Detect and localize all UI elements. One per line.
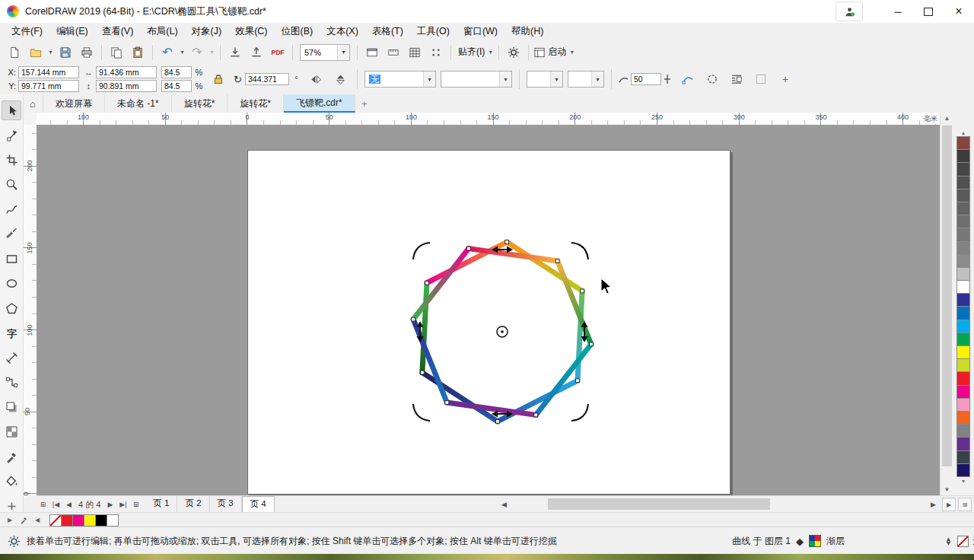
object-width-field[interactable]: [96, 66, 157, 78]
fullscreen-preview-button[interactable]: [362, 43, 382, 62]
color-swatch[interactable]: [84, 514, 96, 527]
color-swatch[interactable]: [956, 162, 970, 176]
new-tab-button[interactable]: +: [355, 94, 374, 113]
color-swatch[interactable]: [956, 385, 970, 399]
color-swatch[interactable]: [956, 320, 970, 333]
text-wrap-button[interactable]: [727, 69, 746, 89]
menu-item[interactable]: 布局(L): [140, 23, 184, 40]
docpal-eyedropper-button[interactable]: [18, 515, 29, 526]
color-swatch[interactable]: [956, 136, 970, 150]
mirror-horizontal-button[interactable]: [306, 69, 326, 89]
save-button[interactable]: [56, 43, 75, 62]
ellipse-tool[interactable]: [2, 274, 21, 294]
snap-options-button[interactable]: [426, 43, 446, 62]
previous-page-button[interactable]: ◀: [62, 498, 75, 511]
smoothness-field[interactable]: [631, 73, 661, 85]
new-document-button[interactable]: [5, 43, 24, 62]
color-swatch[interactable]: [956, 280, 970, 294]
scroll-right-button[interactable]: ▶: [927, 498, 940, 511]
color-swatch[interactable]: [956, 267, 970, 281]
last-page-button[interactable]: ▶|: [116, 498, 129, 511]
y-position-field[interactable]: [18, 80, 79, 92]
drop-shadow-tool[interactable]: [2, 397, 21, 417]
end-arrowhead-select[interactable]: ▾: [568, 71, 604, 88]
copy-button[interactable]: [107, 43, 126, 62]
color-swatch[interactable]: [956, 437, 970, 450]
start-arrowhead-select[interactable]: ▾: [527, 71, 563, 88]
document-tab[interactable]: 未命名 -1*: [105, 94, 172, 113]
artwork[interactable]: [37, 125, 940, 495]
next-page-button[interactable]: ▶: [103, 498, 116, 511]
account-button[interactable]: [836, 2, 863, 21]
scroll-up-button[interactable]: ▲: [941, 113, 953, 124]
color-swatch[interactable]: [956, 358, 970, 372]
paste-button[interactable]: [128, 43, 148, 62]
scale-y-field[interactable]: [161, 80, 192, 92]
redo-dropdown-arrow[interactable]: ▾: [208, 49, 215, 56]
color-swatch[interactable]: [956, 215, 970, 228]
color-swatch[interactable]: [956, 371, 970, 385]
rotation-pivot[interactable]: [497, 326, 508, 337]
color-swatch[interactable]: [956, 254, 970, 268]
color-swatch[interactable]: [956, 149, 970, 163]
outline-color-chip[interactable]: [957, 536, 969, 547]
line-style-select[interactable]: ▾: [441, 71, 512, 88]
color-swatch[interactable]: [956, 241, 970, 255]
freehand-tool[interactable]: [2, 199, 21, 219]
color-swatch[interactable]: [956, 450, 970, 464]
undo-button[interactable]: ↶: [158, 43, 177, 62]
rectangle-tool[interactable]: [2, 249, 21, 269]
x-position-field[interactable]: [18, 66, 79, 78]
open-button[interactable]: [26, 43, 46, 62]
menu-item[interactable]: 表格(T): [365, 23, 410, 40]
page-tab[interactable]: 页 3: [210, 496, 242, 513]
snap-to-button[interactable]: 贴齐(I)▾: [456, 46, 494, 59]
menu-item[interactable]: 编辑(E): [49, 23, 95, 40]
mirror-vertical-button[interactable]: [330, 69, 350, 89]
menu-item[interactable]: 窗口(W): [457, 23, 505, 40]
object-height-field[interactable]: [96, 80, 157, 92]
interactive-fill-tool[interactable]: [2, 472, 21, 492]
color-swatch[interactable]: [95, 514, 107, 527]
launch-button[interactable]: 启动▾: [533, 46, 575, 59]
color-swatch[interactable]: [956, 306, 970, 320]
status-gear-icon[interactable]: [8, 535, 21, 548]
publish-pdf-button[interactable]: PDF: [268, 43, 288, 62]
no-color-swatch[interactable]: [49, 514, 62, 527]
vertical-ruler[interactable]: 200150100500: [23, 125, 37, 495]
menu-item[interactable]: 位图(B): [275, 23, 320, 40]
undo-dropdown-arrow[interactable]: ▾: [179, 49, 186, 56]
rotate-handle-bottom-left[interactable]: [413, 404, 430, 421]
rotate-handle-bottom-right[interactable]: [571, 404, 588, 421]
menu-item[interactable]: 帮助(H): [505, 23, 550, 40]
color-swatch[interactable]: [956, 332, 970, 346]
menu-item[interactable]: 文件(F): [5, 23, 49, 40]
pick-tool[interactable]: [2, 100, 21, 120]
color-swatch[interactable]: [956, 411, 970, 425]
rotate-handle-top-left[interactable]: [413, 243, 430, 259]
redo-button[interactable]: ↷: [187, 43, 207, 62]
minimize-button[interactable]: ─: [883, 0, 913, 23]
color-swatch[interactable]: [72, 514, 84, 527]
color-swatch[interactable]: [956, 176, 970, 189]
palette-scroll-up[interactable]: ▲: [961, 125, 966, 135]
document-tab[interactable]: 旋转花*: [228, 94, 284, 113]
pen-settings-button[interactable]: [751, 69, 771, 89]
rotation-angle-field[interactable]: [245, 73, 289, 85]
shape-tool[interactable]: [2, 126, 21, 145]
show-grid-button[interactable]: [405, 43, 425, 62]
close-curve-button[interactable]: [702, 69, 722, 89]
color-eyedropper-tool[interactable]: [2, 447, 21, 466]
show-rulers-button[interactable]: [384, 43, 403, 62]
document-tab[interactable]: 飞镖靶.cdr*: [284, 94, 355, 113]
page-tab[interactable]: 页 1: [145, 496, 177, 513]
color-swatch[interactable]: [956, 228, 970, 241]
artistic-media-tool[interactable]: [2, 224, 21, 244]
rotate-handle-top-right[interactable]: [571, 243, 588, 259]
add-page-button[interactable]: ⊞: [129, 498, 142, 511]
docpal-scroll-left-button[interactable]: ◀: [32, 515, 43, 526]
drawing-canvas[interactable]: [37, 125, 940, 495]
scale-x-field[interactable]: [161, 66, 192, 78]
document-tab[interactable]: 旋转花*: [172, 94, 228, 113]
vertical-scroll-thumb[interactable]: [942, 126, 952, 466]
